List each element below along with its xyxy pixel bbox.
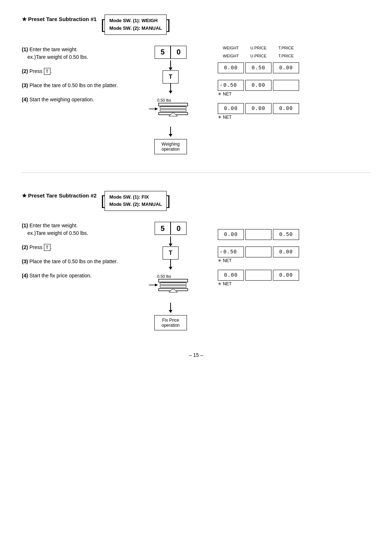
mode-box-2: [ Mode SW. (1): FIX Mode SW. (2): MANUAL… — [101, 191, 170, 211]
arrow-down-4 — [170, 236, 171, 244]
step-1-3: (3) Place the tare of 0.50 lbs on the pl… — [22, 82, 131, 89]
svg-marker-11 — [155, 284, 158, 286]
section-2-content: (1) Enter the tare weight. ex.)Tare weig… — [22, 222, 370, 330]
arrow-down-2 — [170, 83, 171, 91]
svg-text:0.50 lbs: 0.50 lbs — [157, 98, 171, 102]
display-1-2-weight: - 0.50 — [218, 80, 244, 91]
svg-text:0.50 lbs: 0.50 lbs — [157, 274, 171, 278]
arrow-6 — [169, 303, 172, 313]
step-1-2: (2) Press T. — [22, 68, 131, 75]
arrow-down-3 — [170, 127, 171, 134]
arrow-head-5 — [169, 267, 172, 270]
operation-box-2: Fix Priceoperation — [154, 315, 187, 330]
divider — [22, 172, 370, 173]
t-key-1: T — [163, 70, 179, 83]
svg-rect-15 — [160, 283, 186, 285]
arrow-5 — [169, 260, 172, 270]
section-2-panels: 0.00 0.50 - 0.50 0.00 ✳ NET — [218, 222, 299, 286]
section-2: ★ Preset Tare Subtraction #2 [ Mode SW. … — [22, 191, 370, 331]
panel-row-2-2: - 0.50 0.00 — [218, 247, 299, 257]
section-1-title: ★ Preset Tare Subtraction #1 — [22, 16, 97, 23]
net-text-4: NET — [223, 281, 232, 286]
arrow-head-1 — [169, 68, 172, 70]
scale-svg-2: 0.50 lbs — [147, 271, 194, 300]
panel-group-3-1: 0.00 0.00 0.00 ✳ NET — [218, 103, 299, 120]
display-1-1-weight: 0.00 — [218, 62, 244, 73]
display-1-2-tprice — [273, 80, 299, 91]
arrow-down-5 — [170, 260, 171, 267]
key-0-1: 0 — [171, 46, 187, 59]
panel-headers-1: WEIGHT U.PRICE T.PRICE — [218, 46, 299, 50]
header-uprice-1: U.PRICE — [245, 46, 271, 50]
display-1-3-uprice: 0.00 — [245, 103, 271, 114]
key-0-2: 0 — [171, 222, 187, 235]
display-1-2-uprice: 0.00 — [245, 80, 271, 91]
keypad-2: 5 0 — [155, 222, 187, 235]
panel-group-2-1: - 0.50 0.00 ✳ NET — [218, 80, 299, 97]
operation-box-1: Weighingoperation — [154, 139, 187, 154]
panel-row-1-2: - 0.50 0.00 — [218, 80, 299, 91]
display-1-1-tprice: 0.00 — [273, 62, 299, 73]
panel-group-2-2: - 0.50 0.00 ✳ NET — [218, 247, 299, 263]
svg-rect-3 — [159, 103, 188, 106]
scale-2: 0.50 lbs — [147, 271, 194, 301]
arrow-down-6 — [170, 303, 171, 310]
display-2-3-weight: 0.00 — [218, 270, 244, 281]
step-1-1: (1) Enter the tare weight. ex.)Tare weig… — [22, 46, 131, 61]
section-2-title: ★ Preset Tare Subtraction #2 — [22, 192, 97, 199]
arrow-3 — [169, 127, 172, 137]
header-weight-1: WEIGHT — [218, 46, 244, 50]
keypad-1: 5 0 — [155, 46, 187, 59]
section-2-diagram: 5 0 T — [142, 222, 200, 330]
net-star-3: ✳ — [218, 258, 221, 263]
step-2-3: (3) Place the tare of 0.50 lbs on the pl… — [22, 258, 131, 265]
bracket-close-1: ] — [167, 18, 170, 31]
display-2-1-uprice — [245, 229, 271, 240]
bracket-open-1: [ — [101, 18, 105, 31]
step-1-4-num: (4) — [22, 97, 28, 102]
section-2-header: ★ Preset Tare Subtraction #2 [ Mode SW. … — [22, 191, 370, 211]
panel-row-1-1: 0.00 0.50 0.00 — [218, 62, 299, 73]
header-tprice-1: T.PRICE — [273, 46, 299, 50]
net-label-1-2: ✳ NET — [218, 91, 299, 97]
step-2-4-num: (4) — [22, 273, 28, 278]
section-1-panels: WEIGHT U.PRICE T.PRICE WEIGHT U.PRICE T.… — [218, 46, 299, 120]
net-text-3: NET — [223, 258, 232, 263]
step-2-2: (2) Press T. — [22, 244, 131, 251]
net-label-1-3: ✳ NET — [218, 115, 299, 120]
net-label-2-2: ✳ NET — [218, 258, 299, 263]
section-1: ★ Preset Tare Subtraction #1 [ Mode SW. … — [22, 15, 370, 154]
display-2-2-weight: - 0.50 — [218, 247, 244, 257]
step-1-1-num: (1) — [22, 46, 28, 52]
net-star-2: ✳ — [218, 115, 221, 120]
mode-line-2-2: Mode SW. (2): MANUAL — [109, 201, 162, 208]
display-2-1-tprice: 0.50 — [273, 229, 299, 240]
lbl-uprice: U.PRICE — [245, 54, 271, 58]
key-5-2: 5 — [155, 222, 171, 235]
net-star-4: ✳ — [218, 281, 221, 286]
mode-text-1: Mode SW. (1): WEIGH Mode SW. (2): MANUAL — [105, 15, 167, 35]
section-1-diagram: 5 0 T — [142, 46, 200, 154]
mode-line-1-2: Mode SW. (2): MANUAL — [109, 25, 162, 32]
panel-row-1-3: 0.00 0.00 0.00 — [218, 103, 299, 114]
display-1-3-weight: 0.00 — [218, 103, 244, 114]
t-key-2: T — [163, 247, 179, 260]
arrow-1 — [169, 60, 172, 70]
step-2-2-num: (2) — [22, 244, 28, 250]
step-1-3-num: (3) — [22, 82, 28, 88]
step-1-2-num: (2) — [22, 68, 28, 74]
section-1-content: (1) Enter the tare weight. ex.)Tare weig… — [22, 46, 370, 154]
step-2-1: (1) Enter the tare weight. ex.)Tare weig… — [22, 222, 131, 237]
net-label-2-3: ✳ NET — [218, 281, 299, 286]
panel-row-2-1: 0.00 0.50 — [218, 229, 299, 240]
scale-1: 0.50 lbs — [147, 95, 194, 125]
step-1-4: (4) Start the weighing operation. — [22, 96, 131, 103]
display-2-1-weight: 0.00 — [218, 229, 244, 240]
lbl-weight: WEIGHT — [218, 54, 244, 58]
svg-rect-6 — [160, 110, 186, 111]
arrow-down-1 — [170, 60, 171, 68]
bracket-open-2: [ — [101, 194, 105, 207]
section-2-steps: (1) Enter the tare weight. ex.)Tare weig… — [22, 222, 131, 286]
display-2-2-tprice: 0.00 — [273, 247, 299, 257]
section-1-header: ★ Preset Tare Subtraction #1 [ Mode SW. … — [22, 15, 370, 35]
